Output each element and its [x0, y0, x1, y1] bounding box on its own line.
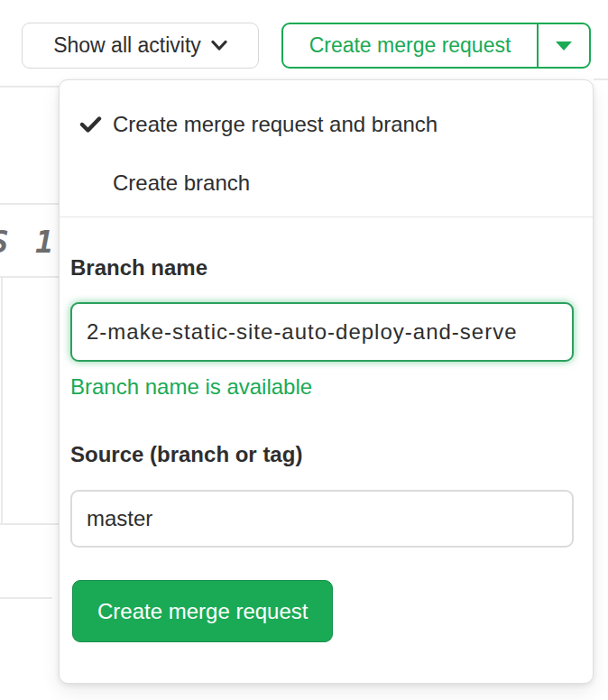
- menu-divider: [60, 216, 593, 217]
- dropdown-menu: Create merge request and branch Create b…: [60, 80, 593, 207]
- background-divider: [0, 276, 59, 278]
- create-branch-form: Branch name Branch name is available Sou…: [60, 255, 593, 642]
- menu-item-label: Create branch: [113, 170, 250, 196]
- branch-name-label: Branch name: [70, 255, 574, 281]
- background-divider: [0, 597, 52, 599]
- create-merge-request-dropdown-panel: Create merge request and branch Create b…: [59, 79, 594, 684]
- background-divider: [0, 203, 59, 205]
- branch-name-input[interactable]: [70, 302, 574, 362]
- background-border: [1, 278, 3, 523]
- caret-down-icon: [556, 41, 572, 51]
- activity-filter-label: Show all activity: [53, 33, 201, 58]
- menu-item-label: Create merge request and branch: [113, 112, 438, 137]
- chevron-down-icon: [211, 40, 227, 51]
- background-text-fragment: 1: [35, 224, 53, 260]
- menu-item-create-mr-and-branch[interactable]: Create merge request and branch: [60, 101, 593, 148]
- activity-filter-button[interactable]: Show all activity: [22, 23, 259, 69]
- background-text-fragment: S: [0, 224, 8, 260]
- branch-name-availability-message: Branch name is available: [70, 374, 574, 400]
- create-merge-request-label: Create merge request: [309, 33, 511, 58]
- create-merge-request-button[interactable]: Create merge request: [283, 24, 539, 67]
- check-placeholder: [79, 174, 102, 192]
- background-divider: [594, 78, 608, 80]
- page: S 1 Show all activity Create merge reque…: [0, 0, 608, 700]
- background-divider: [0, 523, 59, 525]
- create-merge-request-dropdown-toggle[interactable]: [539, 24, 589, 67]
- source-label: Source (branch or tag): [70, 442, 574, 467]
- submit-create-merge-request-button[interactable]: Create merge request: [72, 580, 333, 642]
- check-icon: [79, 115, 102, 134]
- background-divider: [0, 86, 59, 88]
- submit-button-label: Create merge request: [97, 599, 308, 624]
- menu-item-create-branch[interactable]: Create branch: [60, 160, 593, 207]
- source-input[interactable]: [70, 490, 574, 548]
- create-merge-request-split-button: Create merge request: [281, 23, 591, 69]
